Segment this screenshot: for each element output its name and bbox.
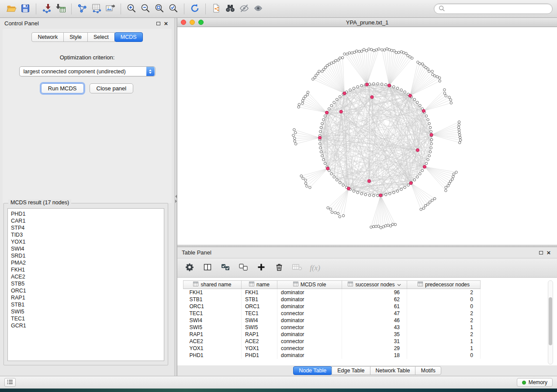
table-row[interactable]: ORC1ORC1dominator610 xyxy=(183,303,547,310)
tab-network[interactable]: Network xyxy=(31,32,64,42)
tab-style[interactable]: Style xyxy=(63,32,88,42)
select-arrows-icon xyxy=(146,67,155,76)
export-image-button[interactable] xyxy=(103,2,117,16)
maximize-window-icon[interactable] xyxy=(198,20,204,25)
scrollbar-thumb[interactable] xyxy=(549,297,552,345)
network-canvas[interactable] xyxy=(177,27,557,245)
close-table-panel-button[interactable]: × xyxy=(545,249,553,257)
mcds-result-item[interactable]: GCR1 xyxy=(8,322,164,329)
tab-edge-table[interactable]: Edge Table xyxy=(332,366,370,375)
panel-splitter[interactable] xyxy=(174,18,177,376)
mcds-result-item[interactable]: PHD1 xyxy=(8,210,164,217)
table-scrollbar[interactable] xyxy=(548,280,553,364)
zoom-fit-button[interactable] xyxy=(152,2,166,16)
show-hide-button[interactable] xyxy=(251,2,265,16)
cell-filler xyxy=(481,324,547,331)
run-mcds-button[interactable]: Run MCDS xyxy=(41,83,84,93)
minimize-window-icon[interactable] xyxy=(190,20,195,25)
mcds-result-item[interactable]: SWI4 xyxy=(8,245,164,252)
table-row[interactable]: PHD1PHD1dominator180 xyxy=(183,352,547,359)
toolbar-separator xyxy=(36,3,36,14)
zoom-out-icon xyxy=(140,3,151,15)
refresh-button[interactable] xyxy=(188,2,202,16)
mcds-result-item[interactable]: SRD1 xyxy=(8,252,164,259)
column-header-label: successor nodes xyxy=(355,282,394,288)
table-row[interactable]: STB1STB1dominator620 xyxy=(183,296,547,303)
tab-select[interactable]: Select xyxy=(87,32,115,42)
cell-shared-name: ACE2 xyxy=(183,338,242,345)
column-header-predecessor-nodes[interactable]: predecessor nodes xyxy=(407,281,481,289)
mcds-result-item[interactable]: ORC1 xyxy=(8,287,164,294)
close-panel-action-button[interactable]: Close panel xyxy=(90,83,134,93)
import-table-button[interactable] xyxy=(54,2,68,16)
export-document-button[interactable] xyxy=(209,2,223,16)
column-header-MCDS-role[interactable]: MCDS role xyxy=(277,281,342,289)
search-input[interactable] xyxy=(447,6,548,12)
import-network-button[interactable] xyxy=(40,2,54,16)
open-file-button[interactable] xyxy=(4,2,18,16)
cell-shared-name: RAP1 xyxy=(183,331,242,338)
network-from-table-button[interactable] xyxy=(89,2,103,16)
column-header-name[interactable]: name xyxy=(242,281,277,289)
unchecked-boxes-icon xyxy=(239,263,248,273)
zoom-fit-icon xyxy=(154,3,165,15)
mcds-result-item[interactable]: YOX1 xyxy=(8,238,164,245)
mcds-result-item[interactable]: CAR1 xyxy=(8,217,164,224)
splitter-handle[interactable] xyxy=(175,195,177,203)
float-table-panel-button[interactable] xyxy=(537,249,545,257)
select-all-button[interactable] xyxy=(220,262,231,274)
tab-motifs[interactable]: Motifs xyxy=(415,366,441,375)
zoom-in-button[interactable] xyxy=(125,2,138,16)
cell-predecessor-nodes: 2 xyxy=(407,310,481,317)
zoom-out-button[interactable] xyxy=(138,2,152,16)
cell-filler xyxy=(481,345,547,352)
table-row[interactable]: RAP1RAP1dominator352 xyxy=(183,331,547,338)
save-session-button[interactable] xyxy=(18,2,32,16)
unselect-all-button[interactable] xyxy=(238,262,249,274)
mcds-result-item[interactable]: RAP1 xyxy=(8,294,164,301)
mcds-result-list[interactable]: PHD1CAR1STP4TID3YOX1SWI4SRD1PMA2FKH1ACE2… xyxy=(7,208,164,361)
mcds-result-item[interactable]: ACE2 xyxy=(8,273,164,280)
optimization-criterion-select[interactable]: largest connected component (undirected) xyxy=(19,66,156,76)
cell-filler xyxy=(481,317,547,324)
close-panel-button[interactable]: × xyxy=(162,20,170,28)
float-panel-button[interactable] xyxy=(154,20,162,28)
task-history-button[interactable] xyxy=(4,378,16,387)
mcds-result-item[interactable]: STP4 xyxy=(8,224,164,231)
network-graph[interactable] xyxy=(177,27,557,245)
table-row[interactable]: TEC1TEC1connector472 xyxy=(183,310,547,317)
add-column-button[interactable] xyxy=(256,262,267,274)
close-window-icon[interactable] xyxy=(181,20,186,25)
mcds-result-item[interactable]: FKH1 xyxy=(8,266,164,273)
table-row[interactable]: FKH1FKH1dominator962 xyxy=(183,289,547,296)
column-header-inner: shared name xyxy=(185,282,239,288)
toggle-visual-properties-button[interactable] xyxy=(237,2,251,16)
table-row[interactable]: YOX1YOX1connector291 xyxy=(183,345,547,352)
search-box[interactable] xyxy=(434,3,553,14)
column-header-successor-nodes[interactable]: successor nodes xyxy=(342,281,407,289)
network-window-titlebar[interactable]: YPA_prune.txt_1 xyxy=(177,18,557,27)
application-window: Control Panel × NetworkStyleSelectMCDS O… xyxy=(0,0,557,389)
table-row[interactable]: SWI4SWI4dominator462 xyxy=(183,317,547,324)
table-row[interactable]: ACE2ACE2connector311 xyxy=(183,338,547,345)
new-network-button[interactable] xyxy=(75,2,89,16)
table-row[interactable]: SWI5SWI5connector431 xyxy=(183,324,547,331)
tab-node-table[interactable]: Node Table xyxy=(293,366,332,375)
mcds-result-item[interactable]: STB5 xyxy=(8,280,164,287)
mcds-result-item[interactable]: TEC1 xyxy=(8,315,164,322)
mcds-result-item[interactable]: SWI5 xyxy=(8,308,164,315)
mcds-result-item[interactable]: PMA2 xyxy=(8,259,164,266)
column-header-shared-name[interactable]: shared name xyxy=(183,281,242,289)
tab-mcds[interactable]: MCDS xyxy=(114,32,143,42)
tab-network-table[interactable]: Network Table xyxy=(370,366,416,375)
gear-icon xyxy=(185,263,194,273)
delete-column-button[interactable] xyxy=(273,262,285,274)
memory-button[interactable]: Memory xyxy=(517,378,553,387)
show-column-button[interactable] xyxy=(202,262,213,274)
mcds-result-item[interactable]: TID3 xyxy=(8,231,164,238)
table-settings-button[interactable] xyxy=(184,262,195,274)
cell-shared-name: SWI4 xyxy=(183,317,242,324)
mcds-result-item[interactable]: STB1 xyxy=(8,301,164,308)
zoom-selected-button[interactable] xyxy=(166,2,180,16)
search-network-button[interactable] xyxy=(223,2,237,16)
